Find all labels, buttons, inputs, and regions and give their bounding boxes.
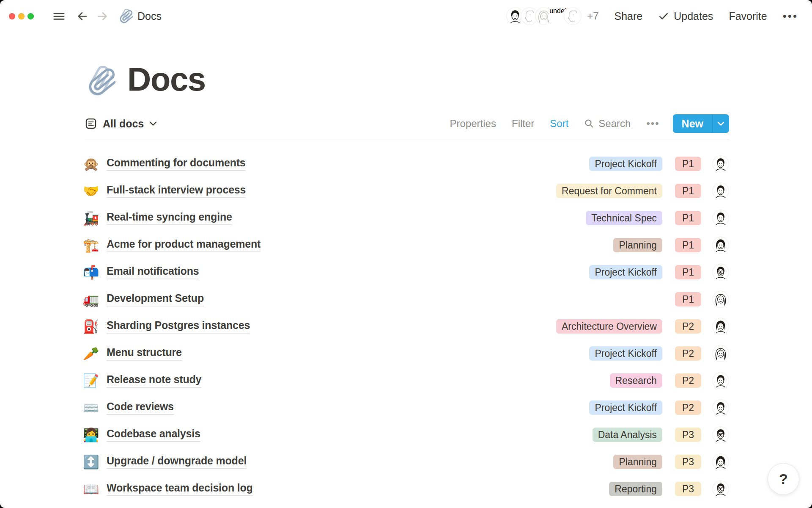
arrow-right-icon <box>96 10 109 23</box>
minimize-window-button[interactable] <box>18 13 25 19</box>
doc-title[interactable]: Email notifications <box>107 265 199 280</box>
doc-tag-badge[interactable]: Project Kickoff <box>589 400 662 415</box>
doc-owner-avatar[interactable] <box>712 237 729 254</box>
doc-row[interactable]: 🤝Full-stack interview processRequest for… <box>83 177 729 204</box>
view-switcher[interactable]: All docs <box>85 117 157 130</box>
doc-tag-badge[interactable]: Project Kickoff <box>589 346 662 361</box>
doc-tag-badge[interactable]: Research <box>610 373 662 388</box>
back-button[interactable] <box>76 10 89 23</box>
doc-row[interactable]: 🚛Development SetupP1 <box>83 286 729 313</box>
doc-priority-badge[interactable]: P1 <box>675 292 701 306</box>
help-button[interactable]: ? <box>768 463 799 495</box>
doc-priority-badge[interactable]: P1 <box>675 184 701 198</box>
search-button[interactable]: Search <box>584 118 631 130</box>
doc-emoji-icon: 🚛 <box>83 293 107 306</box>
doc-row[interactable]: 🚂Real-time syncing engineTechnical SpecP… <box>83 204 729 232</box>
titlebar-actions: undefined +7 Share Updates Favorite ••• <box>506 7 798 25</box>
doc-emoji-icon: 🥕 <box>83 347 107 360</box>
collaborator-overflow-count[interactable]: +7 <box>587 10 598 22</box>
doc-row[interactable]: ⌨️Code reviewsProject KickoffP2 <box>83 394 729 421</box>
window-controls <box>9 13 34 19</box>
doc-owner-avatar[interactable] <box>712 264 729 281</box>
collaborator-avatars[interactable]: undefined <box>506 7 582 25</box>
doc-title[interactable]: Acme for product management <box>107 238 261 253</box>
doc-priority-badge[interactable]: P1 <box>675 238 701 252</box>
doc-tag-badge[interactable]: Planning <box>613 455 662 469</box>
app-window: Docs undefined +7 Share Updates Favorite… <box>0 0 812 508</box>
forward-button[interactable] <box>96 10 109 23</box>
doc-row[interactable]: 📬Email notificationsProject KickoffP1 <box>83 259 729 286</box>
doc-row[interactable]: 🙊Commenting for documentsProject Kickoff… <box>83 150 729 177</box>
share-label: Share <box>614 10 643 22</box>
doc-owner-avatar[interactable] <box>712 210 729 226</box>
properties-button[interactable]: Properties <box>450 118 496 130</box>
doc-tag-badge[interactable]: Technical Spec <box>586 211 662 225</box>
doc-owner-avatar[interactable] <box>712 372 729 389</box>
doc-title[interactable]: Commenting for documents <box>107 157 246 171</box>
doc-row[interactable]: 🏗️Acme for product managementPlanningP1 <box>83 232 729 259</box>
doc-row[interactable]: 🥕Menu structureProject KickoffP2 <box>83 340 729 367</box>
doc-emoji-icon: 👩‍💻 <box>83 428 107 442</box>
doc-emoji-icon: 🚂 <box>83 212 107 225</box>
doc-title[interactable]: Menu structure <box>107 346 182 361</box>
doc-tag-badge[interactable]: Project Kickoff <box>589 157 662 171</box>
doc-priority-badge[interactable]: P2 <box>675 346 701 361</box>
doc-title[interactable]: Development Setup <box>107 292 204 307</box>
doc-priority-badge[interactable]: P3 <box>675 428 701 442</box>
window-title: Docs <box>137 10 162 22</box>
doc-owner-avatar[interactable] <box>712 453 729 470</box>
more-options-button[interactable]: ••• <box>783 10 798 23</box>
doc-priority-badge[interactable]: P3 <box>675 455 701 469</box>
doc-tag-badge[interactable]: Project Kickoff <box>589 265 662 279</box>
updates-button[interactable]: Updates <box>658 10 713 22</box>
doc-owner-avatar[interactable] <box>712 182 729 199</box>
close-window-button[interactable] <box>9 13 15 19</box>
doc-owner-avatar[interactable] <box>712 426 729 443</box>
doc-priority-badge[interactable]: P1 <box>675 211 701 225</box>
new-doc-button[interactable]: New <box>673 114 712 133</box>
doc-owner-avatar[interactable] <box>712 155 729 172</box>
doc-row[interactable]: ⛽Sharding Postgres instancesArchitecture… <box>83 313 729 340</box>
page-paperclip-icon[interactable] <box>86 66 115 96</box>
doc-owner-avatar[interactable] <box>712 345 729 362</box>
doc-tag-badge[interactable]: Architecture Overview <box>556 319 662 334</box>
doc-priority-badge[interactable]: P2 <box>675 319 701 334</box>
new-doc-dropdown-button[interactable] <box>712 114 729 133</box>
zoom-window-button[interactable] <box>27 13 34 19</box>
filter-button[interactable]: Filter <box>512 118 534 130</box>
doc-row[interactable]: 📖Workspace team decision logReportingP3 <box>83 475 729 502</box>
doc-owner-avatar[interactable] <box>712 480 729 497</box>
doc-title[interactable]: Release note study <box>107 373 201 388</box>
doc-priority-badge[interactable]: P3 <box>675 482 701 496</box>
doc-title[interactable]: Real-time syncing engine <box>107 211 232 226</box>
doc-row[interactable]: 📝Release note studyResearchP2 <box>83 367 729 394</box>
sort-button[interactable]: Sort <box>550 118 568 130</box>
collaborator-avatar-man-profile-sketch[interactable] <box>564 7 582 25</box>
doc-owner-avatar[interactable] <box>712 399 729 416</box>
doc-title[interactable]: Sharding Postgres instances <box>107 319 250 334</box>
doc-title[interactable]: Full-stack interview process <box>107 184 246 199</box>
doc-row[interactable]: 👩‍💻Codebase analysisData AnalysisP3 <box>83 421 729 448</box>
doc-tag-badge[interactable]: Planning <box>613 238 662 252</box>
doc-priority-badge[interactable]: P1 <box>675 265 701 279</box>
filter-label: Filter <box>512 118 534 130</box>
doc-priority-badge[interactable]: P2 <box>675 400 701 415</box>
sidebar-toggle-button[interactable] <box>52 10 66 23</box>
doc-priority-badge[interactable]: P1 <box>675 157 701 171</box>
doc-priority-badge[interactable]: P2 <box>675 373 701 388</box>
doc-row[interactable]: ↕️Upgrade / downgrade modelPlanningP3 <box>83 448 729 475</box>
doc-owner-avatar[interactable] <box>712 291 729 308</box>
doc-title[interactable]: Workspace team decision log <box>107 482 253 497</box>
doc-title[interactable]: Code reviews <box>107 400 174 415</box>
doc-tag-badge[interactable]: Reporting <box>609 482 662 496</box>
doc-owner-avatar[interactable] <box>712 318 729 335</box>
share-button[interactable]: Share <box>614 10 643 22</box>
collection-toolbar: All docs Properties Filter Sort <box>85 114 729 140</box>
favorite-button[interactable]: Favorite <box>729 10 767 22</box>
doc-tag-badge[interactable]: Request for Comment <box>556 184 662 198</box>
doc-title[interactable]: Codebase analysis <box>107 428 200 442</box>
toolbar-more-button[interactable]: ••• <box>646 118 659 130</box>
doc-tag-badge[interactable]: Data Analysis <box>593 428 662 442</box>
ellipsis-icon: ••• <box>646 118 659 130</box>
doc-title[interactable]: Upgrade / downgrade model <box>107 455 247 469</box>
